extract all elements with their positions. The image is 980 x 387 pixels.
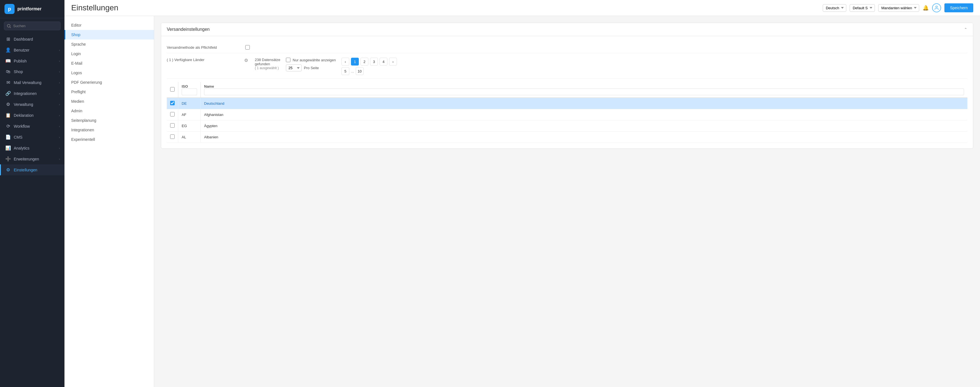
nav-icon-cms: 📄 bbox=[5, 135, 11, 140]
col-name: Name bbox=[201, 82, 968, 98]
countries-label: ( 1 ) Verfügbare Länder bbox=[167, 58, 240, 62]
row-checkbox-al[interactable] bbox=[170, 135, 175, 139]
sidebar-item-publish[interactable]: 📖 Publish › bbox=[0, 56, 64, 67]
logo-icon: p bbox=[5, 4, 14, 14]
page-btn-2[interactable]: 2 bbox=[361, 58, 368, 65]
gear-icon[interactable]: ⚙ bbox=[244, 58, 248, 63]
svg-point-2 bbox=[936, 6, 937, 8]
versand-methode-row: Versandmethode als Pflichtfeld bbox=[167, 42, 967, 53]
page-btn-4[interactable]: 4 bbox=[380, 58, 387, 65]
page-title: Einstellungen bbox=[71, 3, 818, 12]
row-checkbox-cell bbox=[167, 98, 178, 109]
content-area: EditorShopSpracheLoginE-MailLogosPDF Gen… bbox=[64, 16, 980, 387]
table-row: EG Ägypten bbox=[167, 121, 967, 132]
pagination-prev[interactable]: ‹ bbox=[341, 58, 349, 65]
row-checkbox-af[interactable] bbox=[170, 112, 175, 116]
country-table: ISO Name DE De bbox=[167, 82, 967, 143]
nav-icon-shop: 🛍 bbox=[5, 69, 11, 74]
name-filter-input[interactable] bbox=[204, 89, 964, 95]
per-page-select[interactable]: 25 50 100 bbox=[286, 64, 302, 71]
row-iso-af: AF bbox=[178, 109, 201, 121]
page-btn-1[interactable]: 1 bbox=[351, 58, 359, 65]
only-selected-checkbox[interactable] bbox=[286, 58, 290, 62]
sidebar-item-shop[interactable]: 🛍 Shop › bbox=[0, 67, 64, 77]
nav-label-benutzer: Benutzer bbox=[14, 48, 56, 52]
header: Einstellungen Deutsch Default S Mandante… bbox=[64, 0, 980, 16]
row-checkbox-de[interactable] bbox=[170, 101, 175, 105]
left-nav-item-seitenplanung[interactable]: Seitenplanung bbox=[64, 116, 154, 125]
left-nav-item-editor[interactable]: Editor bbox=[64, 21, 154, 30]
row-checkbox-eg[interactable] bbox=[170, 123, 175, 128]
table-row: AF Afghanistan bbox=[167, 109, 967, 121]
left-nav-item-pdf-generierung[interactable]: PDF Generierung bbox=[64, 78, 154, 87]
sidebar-item-benutzer[interactable]: 👤 Benutzer › bbox=[0, 44, 64, 56]
sidebar-item-einstellungen[interactable]: ⚙ Einstellungen bbox=[0, 164, 64, 175]
per-page-label: Pro Seite bbox=[304, 66, 319, 70]
sidebar-item-dashboard[interactable]: ⊞ Dashboard bbox=[0, 33, 64, 44]
sidebar: p printformer ⊞ Dashboard 👤 Benutzer › 📖… bbox=[0, 0, 64, 387]
nav-icon-verwaltung: ⚙ bbox=[5, 102, 11, 107]
left-nav-item-logos[interactable]: Logos bbox=[64, 68, 154, 78]
nav-icon-dashboard: ⊞ bbox=[5, 36, 11, 42]
sidebar-item-erweiterungen[interactable]: ➕ Erweiterungen › bbox=[0, 154, 64, 164]
left-nav-item-shop[interactable]: Shop bbox=[64, 30, 154, 40]
nav-label-shop: Shop bbox=[14, 70, 56, 74]
chevron-icon-analytics: › bbox=[59, 146, 60, 150]
only-selected-label: Nur ausgewählte anzeigen bbox=[293, 58, 336, 62]
left-nav-item-login[interactable]: Login bbox=[64, 49, 154, 59]
table-row: DE Deutschland bbox=[167, 98, 967, 109]
table-header-row: ISO Name bbox=[167, 82, 967, 98]
search-icon bbox=[7, 24, 11, 28]
sidebar-logo: p printformer bbox=[0, 0, 64, 18]
iso-filter-input[interactable] bbox=[181, 89, 197, 95]
left-nav-item-admin[interactable]: Admin bbox=[64, 106, 154, 116]
left-nav-item-preflight[interactable]: Preflight bbox=[64, 87, 154, 97]
select-all-checkbox[interactable] bbox=[170, 87, 175, 92]
chevron-icon-erweiterungen: › bbox=[59, 157, 60, 161]
page-btn-10[interactable]: 10 bbox=[356, 67, 364, 75]
search-box[interactable] bbox=[4, 22, 60, 30]
nav-icon-erweiterungen: ➕ bbox=[5, 156, 11, 162]
logo-text: printformer bbox=[18, 6, 41, 11]
left-nav-item-experimentell[interactable]: Experimentell bbox=[64, 135, 154, 144]
left-nav-item-sprache[interactable]: Sprache bbox=[64, 40, 154, 49]
sidebar-item-deklaration[interactable]: 📋 Deklaration › bbox=[0, 110, 64, 121]
settings-left-nav: EditorShopSpracheLoginE-MailLogosPDF Gen… bbox=[64, 16, 154, 387]
nav-label-publish: Publish bbox=[14, 59, 56, 63]
nav-label-dashboard: Dashboard bbox=[14, 37, 60, 41]
save-button[interactable]: Speichern bbox=[944, 3, 973, 12]
left-nav-item-integrationen[interactable]: Integrationen bbox=[64, 125, 154, 135]
table-row: AL Albanien bbox=[167, 132, 967, 143]
nav-icon-deklaration: 📋 bbox=[5, 113, 11, 118]
page-btn-5[interactable]: 5 bbox=[341, 67, 349, 75]
nav-label-erweiterungen: Erweiterungen bbox=[14, 157, 56, 161]
collapse-icon[interactable]: ⌃ bbox=[964, 27, 967, 32]
header-controls: Deutsch Default S Mandanten wählen 🔔 Spe… bbox=[823, 3, 973, 12]
row-checkbox-cell bbox=[167, 109, 178, 121]
pagination-bottom: 5...10 bbox=[341, 67, 397, 75]
default-select[interactable]: Default S bbox=[850, 4, 875, 12]
language-select[interactable]: Deutsch bbox=[823, 4, 846, 12]
sidebar-item-cms[interactable]: 📄 CMS › bbox=[0, 132, 64, 143]
sidebar-item-mail-verwaltung[interactable]: ✉ Mail Verwaltung › bbox=[0, 77, 64, 88]
sidebar-item-verwaltung[interactable]: ⚙ Verwaltung › bbox=[0, 99, 64, 110]
sidebar-item-analytics[interactable]: 📊 Analytics › bbox=[0, 143, 64, 154]
page-btn-3[interactable]: 3 bbox=[370, 58, 378, 65]
chevron-icon-deklaration: › bbox=[59, 114, 60, 117]
chevron-icon-integrationen: › bbox=[59, 92, 60, 95]
versand-methode-label: Versandmethode als Pflichtfeld bbox=[167, 45, 240, 49]
sidebar-item-workflow[interactable]: ⟳ Workflow › bbox=[0, 121, 64, 132]
notification-icon[interactable]: 🔔 bbox=[923, 5, 929, 11]
mandant-select[interactable]: Mandanten wählen bbox=[878, 4, 919, 12]
col-iso-label: ISO bbox=[181, 84, 197, 89]
search-input[interactable] bbox=[13, 24, 57, 28]
sidebar-item-integrationen[interactable]: 🔗 Integrationen › bbox=[0, 88, 64, 99]
left-nav-item-e-mail[interactable]: E-Mail bbox=[64, 59, 154, 68]
nav-label-analytics: Analytics bbox=[14, 146, 56, 151]
versand-methode-checkbox[interactable] bbox=[245, 45, 250, 49]
user-avatar[interactable] bbox=[932, 3, 941, 12]
left-nav-item-medien[interactable]: Medien bbox=[64, 97, 154, 106]
section-body: Versandmethode als Pflichtfeld ( 1 ) Ver… bbox=[161, 36, 973, 148]
pagination-next[interactable]: › bbox=[389, 58, 397, 65]
row-iso-de: DE bbox=[178, 98, 201, 109]
